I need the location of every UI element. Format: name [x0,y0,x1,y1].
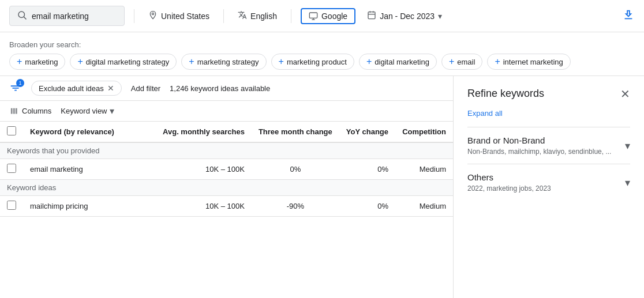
location-selector[interactable]: United States [144,8,214,24]
broaden-chip-4[interactable]: + digital marketing [359,54,437,70]
filter-icon-wrapper[interactable]: 1 [9,81,22,96]
refine-section-brand-header[interactable]: Brand or Non-Brand Non-Brands, mailchimp… [467,135,630,156]
row-yoy-0: 0% [339,159,395,180]
columns-button[interactable]: Columns [9,106,51,116]
row-comp-0: Medium [395,159,453,180]
th-three-month: Three month change [252,122,339,142]
top-bar: email marketing United States English Go… [0,0,644,32]
row-checkbox-0[interactable] [7,164,16,173]
expand-all-button[interactable]: Expand all [467,109,630,118]
calendar-icon [367,10,376,21]
divider [134,9,134,23]
date-range-selector[interactable]: Jan - Dec 2023 ▾ [362,8,447,24]
chip-label-2: marketing strategy [197,58,259,66]
svg-point-0 [18,12,25,18]
refine-section-others-subtitle: 2022, marketing jobs, 2023 [467,184,551,193]
chevron-down-others-icon: ▾ [625,176,630,189]
chip-label-5: email [457,58,475,66]
download-button[interactable] [622,9,635,23]
svg-line-1 [24,17,26,19]
svg-rect-2 [309,13,317,18]
refine-panel: Refine keywords ✕ Expand all Brand or No… [454,76,644,298]
broaden-chip-3[interactable]: + marketing product [271,54,354,70]
keyword-view-button[interactable]: Keyword view ▾ [61,105,114,116]
broaden-chip-1[interactable]: + digital marketing strategy [70,54,177,70]
plus-icon-6: + [495,56,500,67]
svg-rect-5 [368,12,375,19]
th-yoy: YoY change [339,122,395,142]
chevron-down-brand-icon: ▾ [625,139,630,152]
row-comp-1: Medium [395,196,453,217]
keyword-table: Keyword (by relevance) Avg. monthly sear… [0,122,453,217]
location-icon [148,10,158,21]
add-filter-button[interactable]: Add filter [131,84,160,93]
language-selector[interactable]: English [233,8,282,24]
exclude-adult-chip: Exclude adult ideas ✕ [31,81,122,96]
row-yoy-1: 0% [339,196,395,217]
broaden-chip-2[interactable]: + marketing strategy [181,54,266,70]
plus-icon-1: + [77,56,83,67]
refine-header: Refine keywords ✕ [467,88,630,100]
columns-label: Columns [22,107,51,115]
plus-icon-2: + [189,56,194,67]
chip-label-4: digital marketing [375,58,429,66]
filter-bar: 1 Exclude adult ideas ✕ Add filter 1,246… [0,76,453,101]
keyword-view-label: Keyword view [61,107,107,115]
chip-label-1: digital marketing strategy [86,58,170,66]
row-three-0: 0% [252,159,339,180]
refine-section-brand-title: Brand or Non-Brand [467,135,611,145]
exclude-chip-label: Exclude adult ideas [39,84,104,93]
refine-section-others: Others 2022, marketing jobs, 2023 ▾ [467,164,630,201]
table-row: mailchimp pricing 10K – 100K -90% 0% Med… [0,196,453,217]
chip-label-6: internet marketing [503,58,563,66]
row-three-1: -90% [252,196,339,217]
left-panel: 1 Exclude adult ideas ✕ Add filter 1,246… [0,76,454,298]
keyword-table-scroll[interactable]: Keyword (by relevance) Avg. monthly sear… [0,122,453,217]
row-avg-0: 10K – 100K [156,159,252,180]
row-keyword-1: mailchimp pricing [23,196,156,217]
broaden-bar: Broaden your search: + marketing + digit… [0,32,644,76]
search-box[interactable]: email marketing [9,6,125,26]
keyword-count: 1,246 keyword ideas available [170,84,270,93]
search-icon [17,10,27,22]
refine-close-button[interactable]: ✕ [620,88,630,100]
plus-icon-4: + [366,56,372,67]
section-header-ideas: Keyword ideas [0,180,453,196]
broaden-chip-5[interactable]: + email [441,54,482,70]
plus-icon-0: + [17,56,22,67]
th-keyword: Keyword (by relevance) [23,122,156,142]
divider3 [291,9,291,23]
refine-title: Refine keywords [467,88,544,100]
th-checkbox [0,122,23,142]
divider2 [223,9,224,23]
chevron-down-icon-view: ▾ [110,105,114,116]
table-header-row: Keyword (by relevance) Avg. monthly sear… [0,122,453,142]
date-range-label: Jan - Dec 2023 [380,12,435,21]
location-label: United States [161,12,209,21]
chip-label-3: marketing product [287,58,347,66]
section-label-provided: Keywords that you provided [0,142,453,159]
platform-selector[interactable]: Google [301,8,355,24]
plus-icon-3: + [279,56,284,67]
refine-section-others-header[interactable]: Others 2022, marketing jobs, 2023 ▾ [467,172,630,193]
plus-icon-5: + [449,56,454,67]
th-competition: Competition [395,122,453,142]
platform-label: Google [321,12,347,21]
refine-section-others-info: Others 2022, marketing jobs, 2023 [467,172,551,193]
broaden-chips: + marketing + digital marketing strategy… [9,54,571,70]
row-checkbox-cell-1 [0,196,23,217]
broaden-chip-0[interactable]: + marketing [9,54,65,70]
section-header-provided: Keywords that you provided [0,142,453,159]
refine-section-others-title: Others [467,172,551,182]
search-input-value: email marketing [32,12,89,21]
broaden-chip-6[interactable]: + internet marketing [487,54,570,70]
row-avg-1: 10K – 100K [156,196,252,217]
section-label-ideas: Keyword ideas [0,180,453,196]
translate-icon [238,10,247,21]
exclude-close-icon[interactable]: ✕ [107,84,114,93]
broaden-label: Broaden your search: [9,38,81,49]
select-all-checkbox[interactable] [7,126,16,135]
row-checkbox-1[interactable] [7,201,16,210]
table-row: email marketing 10K – 100K 0% 0% Medium [0,159,453,180]
view-row: Columns Keyword view ▾ [0,101,453,122]
